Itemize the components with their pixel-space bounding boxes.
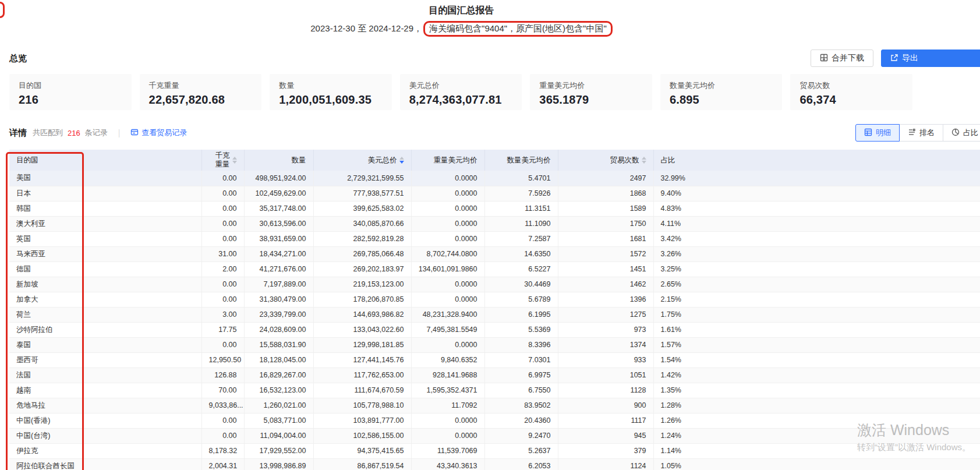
view-tab-detail[interactable]: 明细 — [855, 124, 900, 142]
cell-country: 沙特阿拉伯 — [9, 322, 201, 337]
cell-country: 韩国 — [9, 201, 201, 216]
sort-control[interactable] — [232, 157, 237, 164]
column-header-kg-weight[interactable]: 千克重量 — [201, 150, 244, 171]
overview-section-title: 总览 — [9, 53, 27, 64]
table-row: 越南 70.00 16,532,123.00 111,674,670.59 1,… — [9, 383, 980, 398]
cell-country: 加拿大 — [9, 292, 201, 307]
cell-kg-weight: 0.00 — [201, 231, 244, 246]
cell-kg-weight: 2.00 — [201, 261, 244, 277]
cell-share: 3.26% — [653, 246, 980, 261]
merge-download-icon — [820, 54, 828, 63]
column-header-trade-count[interactable]: 贸易次数 — [558, 150, 653, 171]
cell-usd-total: 103,891,777.00 — [313, 413, 411, 428]
cell-country: 新加坡 — [9, 277, 201, 292]
sort-control-active[interactable] — [399, 157, 404, 164]
cell-usd-total: 86,867,519.54 — [313, 458, 411, 470]
cell-country: 墨西哥 — [9, 352, 201, 367]
cell-qty-avg-price: 7.2587 — [484, 231, 558, 246]
cell-share: 1.75% — [653, 307, 980, 322]
cell-quantity: 41,271,676.00 — [244, 261, 313, 277]
report-page: 目的国汇总报告 2023-12-30 至 2024-12-29，海关编码包含"9… — [0, 0, 980, 470]
cell-usd-total: 129,998,181.85 — [313, 337, 411, 352]
cell-qty-avg-price: 20.4360 — [484, 413, 558, 428]
export-label: 导出 — [902, 53, 918, 63]
cell-usd-total: 94,375,415.65 — [313, 443, 411, 458]
table-row: 法国 126.88 16,829,267.00 117,762,653.00 9… — [9, 367, 980, 383]
cell-share: 1.57% — [653, 337, 980, 352]
cell-qty-avg-price: 8.3396 — [484, 337, 558, 352]
cell-trade-count: 1868 — [558, 186, 653, 201]
cell-country: 泰国 — [9, 337, 201, 352]
cell-quantity: 102,459,629.00 — [244, 186, 313, 201]
cell-quantity: 13,998,986.89 — [244, 458, 313, 470]
table-row: 沙特阿拉伯 17.75 24,028,609.00 133,043,022.60… — [9, 322, 980, 337]
cell-trade-count: 1374 — [558, 337, 653, 352]
table-row: 伊拉克 8,178.32 17,929,552.00 94,375,415.65… — [9, 443, 980, 458]
column-header-usd-total[interactable]: 美元总价 — [313, 150, 411, 171]
view-trade-records-link[interactable]: 查看贸易记录 — [130, 128, 187, 138]
stat-card-label: 重量美元均价 — [539, 80, 643, 91]
cell-weight-avg-price: 48,231,328.9400 — [411, 307, 484, 322]
cell-quantity: 18,128,045.00 — [244, 352, 313, 367]
cell-usd-total: 133,043,022.60 — [313, 322, 411, 337]
table-row: 美国 0.00 498,951,924.00 2,729,321,599.55 … — [9, 171, 980, 186]
cell-qty-avg-price: 30.4469 — [484, 277, 558, 292]
cell-trade-count: 1051 — [558, 367, 653, 383]
cell-quantity: 35,317,748.00 — [244, 201, 313, 216]
pie-chart-icon — [951, 128, 960, 138]
detail-section-title: 详情 — [9, 128, 27, 139]
cell-trade-count: 1396 — [558, 292, 653, 307]
cell-share: 1.28% — [653, 398, 980, 413]
cell-qty-avg-price: 6.9975 — [484, 367, 558, 383]
stat-card-label: 数量美元均价 — [670, 80, 773, 91]
cell-kg-weight: 0.00 — [201, 201, 244, 216]
cell-weight-avg-price: 0.0000 — [411, 186, 484, 201]
view-tab-share[interactable]: 占比 — [943, 124, 980, 142]
cell-trade-count: 933 — [558, 352, 653, 367]
cell-usd-total: 269,785,066.48 — [313, 246, 411, 261]
export-icon — [890, 54, 898, 63]
cell-weight-avg-price: 0.0000 — [411, 216, 484, 231]
cell-kg-weight: 0.00 — [201, 216, 244, 231]
cell-weight-avg-price: 0.0000 — [411, 201, 484, 216]
stat-card-quantity: 数量 1,200,051,609.35 — [270, 74, 392, 110]
cell-country: 美国 — [9, 171, 201, 186]
cell-country: 马来西亚 — [9, 246, 201, 261]
table-row: 中国(香港) 0.00 5,083,771.00 103,891,777.00 … — [9, 413, 980, 428]
table-row: 马来西亚 31.00 18,434,271.00 269,785,066.48 … — [9, 246, 980, 261]
table-row: 阿拉伯联合酋长国 2,004.31 13,998,986.89 86,867,5… — [9, 458, 980, 470]
cell-kg-weight: 31.00 — [201, 246, 244, 261]
cell-country: 法国 — [9, 367, 201, 383]
sort-control[interactable] — [642, 157, 646, 164]
cell-country: 中国(香港) — [9, 413, 201, 428]
cell-quantity: 15,588,031.90 — [244, 337, 313, 352]
table-row: 荷兰 3.00 23,339,799.00 144,693,986.82 48,… — [9, 307, 980, 322]
stat-card-value: 6.895 — [670, 93, 773, 107]
column-header-quantity: 数量 — [244, 150, 313, 171]
detail-table-wrap: 目的国 千克重量 数量 美元总价 — [9, 150, 980, 470]
view-tab-ranking[interactable]: 排名 — [899, 124, 943, 142]
column-header-qty-avg-price: 数量美元均价 — [484, 150, 558, 171]
ranking-icon — [908, 128, 916, 138]
stat-card-value: 365.1879 — [539, 93, 643, 107]
export-button[interactable]: 导出 — [881, 50, 980, 67]
cell-weight-avg-price: 0.0000 — [411, 428, 484, 443]
merge-download-button[interactable]: 合并下载 — [811, 50, 873, 67]
cell-qty-avg-price: 9.2470 — [484, 428, 558, 443]
cell-qty-avg-price: 5.5369 — [484, 322, 558, 337]
cell-share: 1.14% — [653, 443, 980, 458]
cell-quantity: 7,197,889.00 — [244, 277, 313, 292]
table-row: 危地马拉 9,033,86... 1,260,021.00 105,778,98… — [9, 398, 980, 413]
cell-quantity: 5,083,771.00 — [244, 413, 313, 428]
cell-quantity: 31,380,479.00 — [244, 292, 313, 307]
table-row: 韩国 0.00 35,317,748.00 399,625,583.02 0.0… — [9, 201, 980, 216]
cell-kg-weight: 17.75 — [201, 322, 244, 337]
cell-trade-count: 1451 — [558, 261, 653, 277]
cell-weight-avg-price: 0.0000 — [411, 337, 484, 352]
cell-qty-avg-price: 5.2637 — [484, 443, 558, 458]
cell-usd-total: 282,592,819.28 — [313, 231, 411, 246]
cell-kg-weight: 0.00 — [201, 277, 244, 292]
cell-usd-total: 102,586,155.00 — [313, 428, 411, 443]
cell-qty-avg-price: 6.7550 — [484, 383, 558, 398]
cell-weight-avg-price: 0.0000 — [411, 413, 484, 428]
